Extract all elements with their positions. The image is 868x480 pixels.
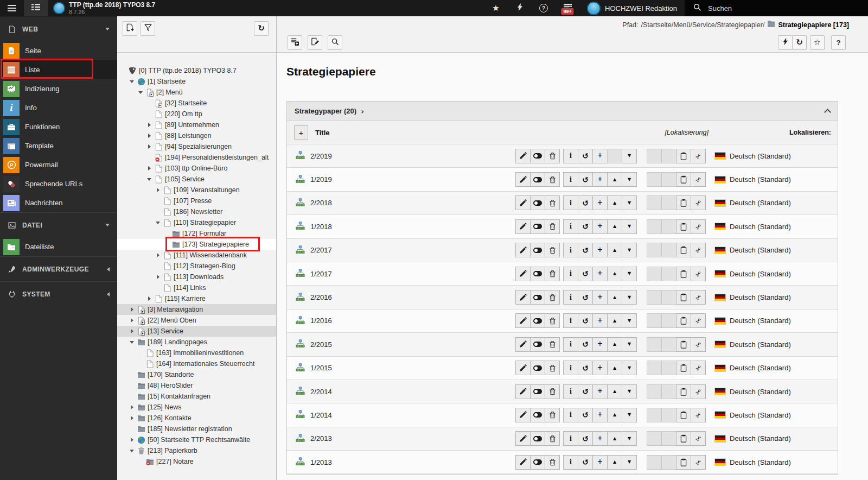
scissors-button[interactable]: ✂	[691, 361, 706, 375]
info-button[interactable]: i	[563, 172, 578, 187]
move-up-button[interactable]: ▲	[607, 337, 622, 352]
info-button[interactable]: i	[563, 408, 578, 422]
trash-button[interactable]	[545, 361, 560, 375]
history-button[interactable]: ↺	[578, 219, 593, 234]
tree-collapse-arrow-icon[interactable]	[129, 80, 135, 83]
history-button[interactable]: ↺	[578, 361, 593, 375]
tree-node-115-karriere[interactable]: [115] Karriere	[117, 293, 276, 304]
move-down-button[interactable]: ▼	[622, 290, 637, 305]
move-up-button[interactable]: ▲	[607, 408, 622, 422]
trash-button[interactable]	[545, 267, 560, 281]
tree-node-88-leistungen[interactable]: [88] Leistungen	[117, 130, 276, 141]
trash-button[interactable]	[545, 384, 560, 399]
tree-expand-arrow-icon[interactable]	[146, 296, 152, 301]
tree-collapse-arrow-icon[interactable]	[155, 222, 161, 224]
move-down-button[interactable]: ▼	[622, 337, 637, 352]
tree-node-213-papierkorb[interactable]: [213] Papierkorb	[117, 445, 276, 456]
clipboard-button[interactable]	[676, 243, 691, 257]
info-button[interactable]: i	[563, 219, 578, 234]
help-button-doc[interactable]: ?	[831, 35, 846, 50]
pencil-button[interactable]	[515, 384, 531, 399]
visibility-toggle-button[interactable]	[530, 290, 545, 305]
info-button[interactable]: i	[563, 431, 578, 446]
clipboard-button[interactable]	[676, 290, 691, 305]
scissors-button[interactable]: ✂	[691, 243, 706, 257]
visibility-toggle-button[interactable]	[530, 337, 545, 352]
tree-node-107-presse[interactable]: [107] Presse	[117, 195, 276, 206]
sidebar-item-dateiliste[interactable]: Dateiliste	[0, 237, 117, 256]
move-up-button[interactable]: ▲	[607, 290, 622, 305]
trash-button[interactable]	[545, 431, 560, 446]
history-button[interactable]: ↺	[578, 149, 593, 163]
info-button[interactable]: i	[563, 313, 578, 328]
move-down-button[interactable]: ▼	[622, 361, 637, 375]
trash-button[interactable]	[545, 290, 560, 305]
trash-button[interactable]	[545, 337, 560, 352]
sidebar-item-sprechende-urls[interactable]: Sprechende URLs	[0, 174, 117, 193]
tree-node-22-men-oben[interactable]: [22] Menü Oben	[117, 315, 276, 326]
pencil-button[interactable]	[515, 172, 531, 187]
tree-expand-arrow-icon[interactable]	[129, 329, 135, 333]
tree-node-126-kontakte[interactable]: [126] Kontakte	[117, 413, 276, 424]
move-up-button[interactable]: ▲	[607, 431, 622, 446]
move-up-button[interactable]: ▲	[607, 219, 622, 234]
search-input[interactable]	[707, 4, 826, 13]
trash-button[interactable]	[545, 195, 560, 210]
record-table-header[interactable]: Strategypaper (20) ›	[287, 102, 838, 121]
pencil-button[interactable]	[515, 243, 531, 257]
sidebar-item-funktionen[interactable]: Funktionen	[0, 117, 117, 136]
scissors-button[interactable]: ✂	[691, 149, 706, 163]
history-button[interactable]: ↺	[578, 408, 593, 422]
cache-flush-button[interactable]	[778, 35, 793, 50]
tree-node-172-formular[interactable]: [172] Formular	[117, 228, 276, 239]
move-down-button[interactable]: ▼	[622, 195, 637, 210]
tree-node-0-ttp-ttp-de-2018-typo3-8-7[interactable]: [0] TTP (ttp.de 2018) TYPO3 8.7	[117, 65, 276, 76]
scissors-button[interactable]: ✂	[691, 408, 706, 422]
info-button[interactable]: i	[563, 149, 578, 163]
tree-node-114-links[interactable]: [114] Links	[117, 282, 276, 293]
user-menu-button[interactable]: HOCHZWEI Redaktion	[579, 0, 685, 16]
tree-node-15-kontaktanfragen[interactable]: [15] Kontaktanfragen	[117, 391, 276, 402]
filter-button[interactable]	[141, 21, 155, 36]
trash-button[interactable]	[545, 149, 560, 163]
sidebar-item-liste[interactable]: Liste	[0, 60, 117, 79]
pencil-button[interactable]	[515, 149, 531, 163]
move-up-button[interactable]: ▲	[607, 172, 622, 187]
plus-button[interactable]: +	[592, 337, 608, 352]
tree-collapse-arrow-icon[interactable]	[129, 341, 135, 344]
plus-button[interactable]: +	[592, 149, 608, 163]
info-button[interactable]: i	[563, 195, 578, 210]
new-page-button[interactable]	[123, 21, 137, 36]
info-button[interactable]: i	[563, 290, 578, 305]
tree-node-105-service[interactable]: [105] Service	[117, 174, 276, 185]
history-button[interactable]: ↺	[578, 384, 593, 399]
tree-node-186-newsletter[interactable]: [186] Newsletter	[117, 206, 276, 217]
tree-node-109-veranstaltungen[interactable]: [109] Veranstaltungen	[117, 185, 276, 195]
opendocs-button[interactable]: 99+	[556, 0, 579, 16]
tree-collapse-arrow-icon[interactable]	[129, 450, 135, 452]
tree-node-125-news[interactable]: [125] News	[117, 402, 276, 413]
visibility-toggle-button[interactable]	[530, 172, 545, 187]
scissors-button[interactable]: ✂	[691, 431, 706, 446]
visibility-toggle-button[interactable]	[530, 243, 545, 257]
scissors-button[interactable]: ✂	[691, 290, 706, 305]
tree-node-170-standorte[interactable]: [170] Standorte	[117, 369, 276, 380]
history-button[interactable]: ↺	[578, 337, 593, 352]
history-button[interactable]: ↺	[578, 290, 593, 305]
clipboard-button[interactable]	[676, 149, 691, 163]
tree-expand-arrow-icon[interactable]	[146, 144, 152, 149]
tree-node-220-om-ttp[interactable]: [220] Om ttp	[117, 109, 276, 119]
tree-expand-arrow-icon[interactable]	[129, 405, 135, 409]
pencil-button[interactable]	[515, 455, 531, 470]
search-records-button[interactable]	[328, 35, 342, 50]
scissors-button[interactable]: ✂	[691, 337, 706, 352]
move-up-button[interactable]: ▲	[607, 313, 622, 328]
tree-node-94-spezialisierungen[interactable]: [94] Spezialisierungen	[117, 141, 276, 152]
visibility-toggle-button[interactable]	[530, 431, 545, 446]
move-down-button[interactable]: ▼	[622, 172, 637, 187]
collapse-chevron-up-icon[interactable]	[824, 109, 831, 116]
move-up-button[interactable]: ▲	[607, 243, 622, 257]
move-up-button[interactable]: ▲	[607, 361, 622, 375]
scissors-button[interactable]: ✂	[691, 195, 706, 210]
move-down-button[interactable]: ▼	[622, 243, 637, 257]
